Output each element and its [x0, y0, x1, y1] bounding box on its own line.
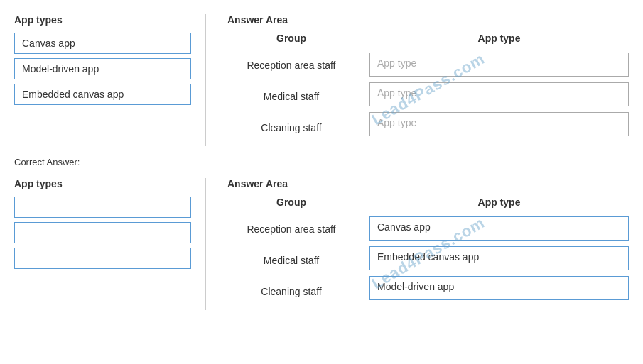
- correct-section: App types Answer Area Lead4Pass.com Grou…: [14, 178, 629, 310]
- correct-group-header: Group: [227, 197, 355, 208]
- correct-app-type-3: [14, 248, 191, 269]
- correct-apptype-box-2: Embedded canvas app: [369, 246, 629, 270]
- question-apptype-header: App type: [369, 33, 629, 44]
- correct-right-panel: Answer Area Lead4Pass.com Group Receptio…: [206, 178, 629, 310]
- question-section: App types Canvas app Model-driven app Em…: [14, 14, 629, 146]
- question-apptype-box-3[interactable]: App type: [369, 112, 629, 136]
- question-group-column: Group Reception area staff Medical staff…: [227, 33, 369, 146]
- correct-apptype-box-3: Model-driven app: [369, 276, 629, 300]
- question-apptype-column: App type App type App type App type: [369, 33, 629, 146]
- correct-group-row-2: Medical staff: [227, 248, 355, 273]
- question-group-header: Group: [227, 33, 355, 44]
- question-apptype-box-2[interactable]: App type: [369, 82, 629, 106]
- correct-apptype-header: App type: [369, 197, 629, 208]
- question-group-row-1: Reception area staff: [227, 53, 355, 78]
- question-answer-area: Lead4Pass.com Group Reception area staff…: [227, 33, 629, 146]
- app-type-model-driven: Model-driven app: [14, 58, 191, 79]
- correct-answer-area-title: Answer Area: [227, 178, 629, 189]
- correct-apptype-box-1: Canvas app: [369, 216, 629, 241]
- correct-group-column: Group Reception area staff Medical staff…: [227, 197, 369, 310]
- correct-answer-table: Group Reception area staff Medical staff…: [227, 197, 629, 310]
- question-right-panel: Answer Area Lead4Pass.com Group Receptio…: [206, 14, 629, 146]
- correct-app-type-1: [14, 197, 191, 218]
- correct-answer-area: Lead4Pass.com Group Reception area staff…: [227, 197, 629, 310]
- question-group-row-3: Cleaning staff: [227, 115, 355, 140]
- question-answer-table: Group Reception area staff Medical staff…: [227, 33, 629, 146]
- app-type-canvas: Canvas app: [14, 33, 191, 54]
- correct-apptype-column: App type Canvas app Embedded canvas app …: [369, 197, 629, 310]
- correct-app-types-title: App types: [14, 178, 191, 189]
- question-answer-area-title: Answer Area: [227, 14, 629, 26]
- app-type-embedded-canvas: Embedded canvas app: [14, 84, 191, 105]
- question-left-panel: App types Canvas app Model-driven app Em…: [14, 14, 206, 146]
- question-app-types-title: App types: [14, 14, 191, 26]
- correct-group-row-1: Reception area staff: [227, 216, 355, 242]
- question-apptype-box-1[interactable]: App type: [369, 53, 629, 77]
- question-group-row-2: Medical staff: [227, 84, 355, 109]
- correct-app-type-2: [14, 222, 191, 243]
- correct-answer-label: Correct Answer:: [14, 157, 629, 167]
- correct-group-row-3: Cleaning staff: [227, 279, 355, 304]
- correct-left-panel: App types: [14, 178, 206, 310]
